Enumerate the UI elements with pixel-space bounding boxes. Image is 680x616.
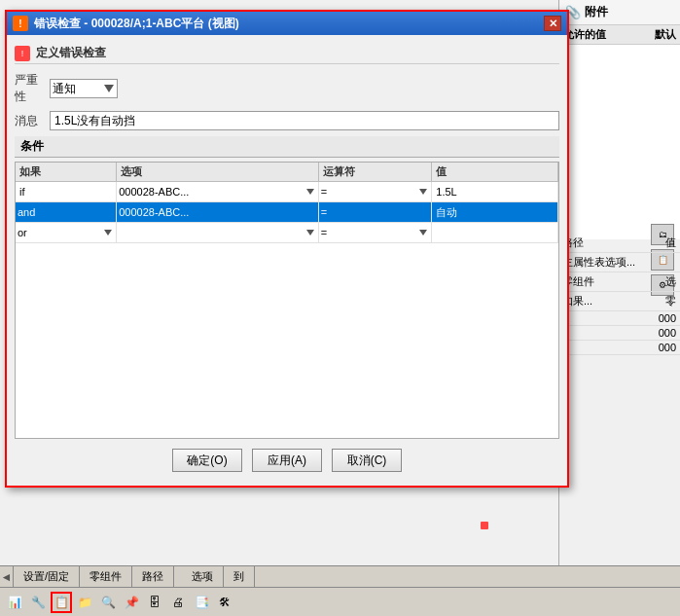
row1-value-input[interactable] <box>434 186 555 198</box>
value-label: 值 <box>665 236 676 250</box>
allowed-values-col: 允许的值 <box>563 27 651 42</box>
right-info-row-2: f 000 <box>558 326 680 341</box>
table-row: and or 000028-ABC... <box>16 202 558 223</box>
row2-value-input[interactable] <box>434 206 555 218</box>
select-label: 选 <box>665 274 676 289</box>
condition-table-head: 如果 选项 运算符 值 <box>16 163 558 182</box>
severity-label: 严重性 <box>15 72 44 105</box>
row3-col2[interactable]: = <box>318 223 432 243</box>
condition-header: 条件 <box>15 136 559 158</box>
dialog-title-icon: ! <box>13 16 28 31</box>
right-row3-col2: 000 <box>659 342 676 353</box>
message-input[interactable] <box>50 111 559 130</box>
dialog-buttons: 确定(O) 应用(A) 取消(C) <box>15 439 559 478</box>
zero-label: 零 <box>665 294 676 308</box>
status-icon-7[interactable]: 🗄 <box>144 592 165 613</box>
right-row1-col1: f <box>562 312 657 324</box>
row3-option-select[interactable] <box>119 224 315 241</box>
status-bar: 📊 🔧 📋 📁 🔍 📌 🗄 🖨 📑 🛠 <box>0 587 680 616</box>
right-col-header: 允许的值 默认 <box>559 25 680 45</box>
tab-settings[interactable]: 设置/固定 <box>14 566 80 587</box>
if-label: 如果... <box>562 294 663 308</box>
right-row2-col1: f <box>562 327 657 339</box>
row3-operator-select[interactable]: = <box>321 224 430 241</box>
row1-col2[interactable]: = <box>318 182 432 202</box>
default-col: 默认 <box>655 27 676 42</box>
row3-col3[interactable] <box>432 223 558 243</box>
message-label: 消息 <box>15 113 44 129</box>
tab-to[interactable]: 到 <box>224 566 255 587</box>
row3-value-input[interactable] <box>434 227 555 238</box>
bottom-tab-bar: ◄ 设置/固定 零组件 路径 选项 到 <box>0 565 680 587</box>
path-label: 路径 <box>562 236 663 250</box>
severity-row: 严重性 通知 警告 错误 <box>15 72 559 105</box>
status-icon-8[interactable]: 🖨 <box>167 592 189 613</box>
status-icon-10[interactable]: 🛠 <box>214 592 235 613</box>
table-row: or and = <box>16 223 558 243</box>
scroll-indicator <box>481 522 488 529</box>
condition-empty-area <box>16 243 558 438</box>
right-info-row-1: f 000 <box>558 311 680 326</box>
col-header-operator: 运算符 <box>318 163 432 182</box>
row1-col0: if <box>16 182 117 202</box>
dialog-title-text: 错误检查 - 000028/A;1-ABC平台 (视图) <box>34 16 239 32</box>
status-icon-2[interactable]: 🔧 <box>27 592 49 613</box>
row3-col0[interactable]: or and <box>16 223 117 243</box>
component-label2: 零组件 <box>562 274 663 289</box>
col-header-if: 如果 <box>16 163 117 182</box>
cancel-button[interactable]: 取消(C) <box>332 449 402 472</box>
tab-path[interactable]: 路径 <box>132 566 174 587</box>
apply-button[interactable]: 应用(A) <box>252 449 322 472</box>
condition-table: 如果 选项 运算符 值 if <box>16 163 558 243</box>
row1-option-select[interactable]: 000028-ABC... <box>119 183 315 200</box>
message-row: 消息 <box>15 111 559 130</box>
row2-col2[interactable]: = <box>318 202 432 223</box>
path-label-area: 路径 值 主属性表选项... 零组件 选 如果... 零 f 000 f 000… <box>558 234 680 355</box>
status-icon-9[interactable]: 📑 <box>191 592 212 613</box>
status-icon-6[interactable]: 📌 <box>121 592 142 613</box>
status-icon-4[interactable]: 📁 <box>74 592 95 613</box>
row2-col3[interactable] <box>432 202 558 223</box>
row3-col1[interactable] <box>117 223 318 243</box>
tab-component[interactable]: 零组件 <box>80 566 132 587</box>
condition-label: 条件 <box>20 139 44 153</box>
tab-options[interactable]: 选项 <box>182 566 224 587</box>
right-row3-col1: f <box>562 342 657 353</box>
row1-operator-select[interactable]: = <box>321 183 430 200</box>
severity-select[interactable]: 通知 警告 错误 <box>50 79 118 98</box>
error-check-dialog: ! 错误检查 - 000028/A;1-ABC平台 (视图) ✕ ! 定义错误检… <box>5 10 569 488</box>
row1-col1[interactable]: 000028-ABC... <box>117 182 318 202</box>
row3-type-select[interactable]: or and <box>18 224 114 241</box>
row2-col1[interactable]: 000028-ABC... <box>117 202 318 223</box>
status-icon-5[interactable]: 🔍 <box>97 592 119 613</box>
status-icon-1[interactable]: 📊 <box>4 592 25 613</box>
col-header-option: 选项 <box>117 163 318 182</box>
row2-option-select[interactable]: 000028-ABC... <box>119 203 315 221</box>
row2-col0[interactable]: and or <box>16 202 117 223</box>
section-icon: ! <box>15 46 30 61</box>
right-panel: 📎 附件 允许的值 默认 🗂 📋 ⚙ 路径 值 主属性表选项... 零组件 选 <box>558 0 680 579</box>
right-row2-col2: 000 <box>659 327 676 339</box>
table-row: if 000028-ABC... = <box>16 182 558 202</box>
attachment-row: 📎 附件 <box>559 0 680 25</box>
condition-box: 如果 选项 运算符 值 if <box>15 162 559 439</box>
row1-if-text: if <box>19 186 25 198</box>
right-info-row-3: f 000 <box>558 341 680 355</box>
condition-header-row: 如果 选项 运算符 值 <box>16 163 558 182</box>
dialog-body: ! 定义错误检查 严重性 通知 警告 错误 消息 条件 <box>7 35 567 486</box>
row1-col3[interactable] <box>432 182 558 202</box>
col-header-value: 值 <box>432 163 558 182</box>
dialog-close-button[interactable]: ✕ <box>544 16 561 31</box>
tab-scroll-left[interactable]: ◄ <box>0 566 14 587</box>
right-row1-col2: 000 <box>659 312 676 324</box>
right-empty-area <box>559 45 680 239</box>
row2-operator-select[interactable]: = <box>321 203 430 221</box>
section-header: ! 定义错误检查 <box>15 43 559 64</box>
dialog-title-left: ! 错误检查 - 000028/A;1-ABC平台 (视图) <box>13 16 239 32</box>
attachment-label: 附件 <box>585 4 608 20</box>
ok-button[interactable]: 确定(O) <box>172 449 242 472</box>
row2-type-select[interactable]: and or <box>18 203 114 221</box>
status-icon-3[interactable]: 📋 <box>51 592 72 613</box>
section-title: 定义错误检查 <box>36 45 106 61</box>
condition-section: 条件 如果 选项 运算符 值 <box>15 136 559 439</box>
